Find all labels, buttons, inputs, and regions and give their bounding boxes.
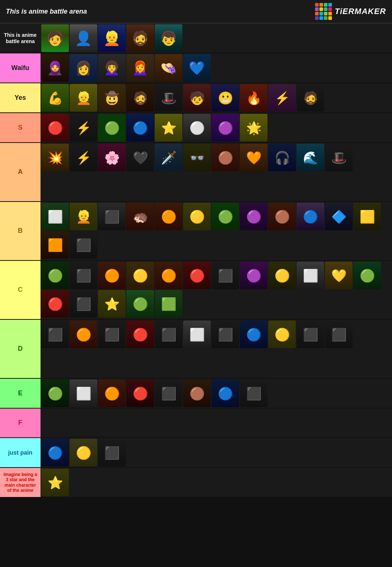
- list-item[interactable]: 🟢: [98, 114, 126, 141]
- list-item[interactable]: 🔵: [297, 203, 324, 230]
- list-item[interactable]: ⬛: [240, 379, 267, 407]
- list-item[interactable]: 🟤: [211, 144, 239, 171]
- list-item[interactable]: 🔵: [126, 114, 154, 141]
- list-item[interactable]: 😬: [211, 84, 239, 112]
- list-item[interactable]: ⬛: [70, 262, 97, 289]
- list-item[interactable]: 👩‍🦱: [98, 54, 126, 82]
- list-item[interactable]: ⬛: [98, 321, 126, 348]
- list-item[interactable]: 🟠: [155, 262, 182, 289]
- list-item[interactable]: 👱: [70, 84, 97, 112]
- list-item[interactable]: ⬛: [155, 379, 182, 407]
- list-item[interactable]: 🔵: [240, 321, 267, 348]
- list-item[interactable]: 🎩: [155, 84, 182, 112]
- list-item[interactable]: ⭐: [98, 290, 126, 318]
- list-item[interactable]: 🧡: [240, 144, 267, 171]
- tier-label-waifu: Waifu: [0, 53, 41, 83]
- list-item[interactable]: 🟠: [98, 379, 126, 407]
- list-item[interactable]: 🌟: [240, 114, 267, 141]
- list-item[interactable]: 🟧: [41, 231, 69, 259]
- list-item[interactable]: 💛: [325, 262, 353, 289]
- list-item[interactable]: 🎧: [268, 144, 296, 171]
- list-item[interactable]: ⬛: [211, 321, 239, 348]
- list-item[interactable]: 👱: [98, 24, 126, 52]
- list-item[interactable]: 👓: [183, 144, 211, 171]
- list-item[interactable]: ⬜: [183, 321, 211, 348]
- list-item[interactable]: 🔵: [211, 379, 239, 407]
- list-item[interactable]: ⬛: [98, 203, 126, 230]
- list-item[interactable]: ⭐: [155, 114, 182, 141]
- tiermaker-logo-text: TiERMAKER: [335, 7, 386, 16]
- list-item[interactable]: 🟢: [41, 379, 69, 407]
- list-item[interactable]: 🌊: [297, 144, 324, 171]
- list-item[interactable]: 🟣: [211, 114, 239, 141]
- list-item[interactable]: 🤠: [98, 84, 126, 112]
- tier-label-a: A: [0, 143, 41, 201]
- list-item[interactable]: ⬛: [297, 321, 324, 348]
- list-item[interactable]: 🦔: [126, 203, 154, 230]
- tier-content-jp: 🔵 🟡 ⬛: [41, 438, 392, 467]
- list-item[interactable]: 🟡: [126, 262, 154, 289]
- tier-row-d: D ⬛ 🟠 ⬛ 🔴 ⬛ ⬜ ⬛ 🔵 🟡 ⬛ ⬛: [0, 320, 392, 379]
- list-item[interactable]: 🖤: [126, 144, 154, 171]
- list-item[interactable]: 🟢: [126, 290, 154, 318]
- list-item[interactable]: 🧔: [126, 24, 154, 52]
- list-item[interactable]: ⚡: [70, 114, 97, 141]
- list-item[interactable]: ⬛: [98, 439, 126, 466]
- list-item[interactable]: 🔷: [325, 203, 353, 230]
- list-item[interactable]: 🔴: [41, 290, 69, 318]
- list-item[interactable]: ⬛: [325, 321, 353, 348]
- list-item[interactable]: 🟢: [41, 262, 69, 289]
- list-item[interactable]: 🟤: [268, 203, 296, 230]
- list-item[interactable]: 🧕: [41, 54, 69, 82]
- list-item[interactable]: 🟩: [155, 290, 182, 318]
- list-item[interactable]: 👩: [70, 54, 97, 82]
- list-item[interactable]: ⬛: [70, 231, 97, 259]
- list-item[interactable]: 🟡: [70, 439, 97, 466]
- list-item[interactable]: ⬜: [41, 203, 69, 230]
- list-item[interactable]: 🔵: [41, 439, 69, 466]
- list-item[interactable]: 💙: [183, 54, 211, 82]
- list-item[interactable]: 🟡: [268, 262, 296, 289]
- list-item[interactable]: 🎩: [325, 144, 353, 171]
- list-item[interactable]: ⬛: [211, 262, 239, 289]
- list-item[interactable]: ⬜: [70, 379, 97, 407]
- list-item[interactable]: 💥: [41, 144, 69, 171]
- list-item[interactable]: ⬜: [297, 262, 324, 289]
- list-item[interactable]: 🔴: [41, 114, 69, 141]
- list-item[interactable]: 🔥: [240, 84, 267, 112]
- list-item[interactable]: 🧑: [41, 24, 69, 52]
- list-item[interactable]: 👩‍🦰: [126, 54, 154, 82]
- list-item[interactable]: 🟢: [211, 203, 239, 230]
- list-item[interactable]: 🔴: [126, 379, 154, 407]
- list-item[interactable]: 🟠: [70, 321, 97, 348]
- list-item[interactable]: 🟠: [98, 262, 126, 289]
- list-item[interactable]: 🟣: [240, 203, 267, 230]
- list-item[interactable]: ⬛: [155, 321, 182, 348]
- list-item[interactable]: 🟠: [155, 203, 182, 230]
- list-item[interactable]: 🌸: [98, 144, 126, 171]
- list-item[interactable]: 💪: [41, 84, 69, 112]
- list-item[interactable]: ⭐: [41, 469, 69, 496]
- list-item[interactable]: 👒: [155, 54, 182, 82]
- list-item[interactable]: 🟡: [268, 321, 296, 348]
- list-item[interactable]: ⬛: [70, 290, 97, 318]
- list-item[interactable]: ⚡: [70, 144, 97, 171]
- list-item[interactable]: 🟨: [353, 203, 381, 230]
- list-item[interactable]: 🧔: [297, 84, 324, 112]
- list-item[interactable]: 👤: [70, 24, 97, 52]
- list-item[interactable]: 🧔: [126, 84, 154, 112]
- list-item[interactable]: ⚪: [183, 114, 211, 141]
- list-item[interactable]: 🟤: [183, 379, 211, 407]
- list-item[interactable]: ⬛: [41, 321, 69, 348]
- list-item[interactable]: 🟣: [240, 262, 267, 289]
- list-item[interactable]: 🔴: [126, 321, 154, 348]
- list-item[interactable]: 🟡: [183, 203, 211, 230]
- list-item[interactable]: 🧒: [183, 84, 211, 112]
- list-item[interactable]: 🗡️: [155, 144, 182, 171]
- tier-row-yes: Yes 💪 👱 🤠 🧔 🎩 🧒 😬 🔥 ⚡ 🧔: [0, 83, 392, 113]
- list-item[interactable]: 👦: [155, 24, 182, 52]
- list-item[interactable]: 🔴: [183, 262, 211, 289]
- list-item[interactable]: 🟢: [353, 262, 381, 289]
- list-item[interactable]: ⚡: [268, 84, 296, 112]
- list-item[interactable]: 👱: [70, 203, 97, 230]
